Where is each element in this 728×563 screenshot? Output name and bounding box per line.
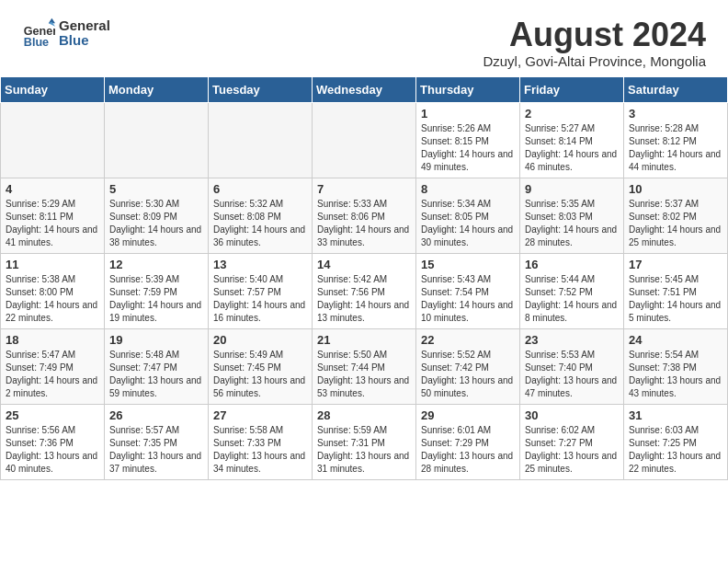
calendar-header-tuesday: Tuesday	[209, 76, 313, 102]
logo-blue: Blue	[59, 33, 110, 49]
day-info: Sunrise: 5:53 AMSunset: 7:40 PMDaylight:…	[525, 349, 619, 400]
calendar-cell: 12 Sunrise: 5:39 AMSunset: 7:59 PMDaylig…	[105, 253, 209, 328]
day-number: 29	[421, 408, 515, 422]
day-number: 15	[421, 258, 515, 271]
day-info: Sunrise: 6:03 AMSunset: 7:25 PMDaylight:…	[629, 424, 722, 476]
day-number: 3	[629, 107, 722, 121]
day-info: Sunrise: 5:40 AMSunset: 7:57 PMDaylight:…	[213, 273, 307, 325]
calendar-cell: 16 Sunrise: 5:44 AMSunset: 7:52 PMDaylig…	[520, 253, 624, 328]
day-info: Sunrise: 5:49 AMSunset: 7:45 PMDaylight:…	[213, 349, 307, 400]
day-number: 10	[629, 182, 722, 196]
calendar-cell: 21 Sunrise: 5:50 AMSunset: 7:44 PMDaylig…	[313, 328, 416, 404]
day-info: Sunrise: 5:52 AMSunset: 7:42 PMDaylight:…	[421, 349, 515, 400]
day-info: Sunrise: 5:37 AMSunset: 8:02 PMDaylight:…	[629, 198, 722, 249]
calendar-header-wednesday: Wednesday	[313, 76, 416, 102]
calendar-cell: 13 Sunrise: 5:40 AMSunset: 7:57 PMDaylig…	[209, 253, 313, 328]
day-info: Sunrise: 5:27 AMSunset: 8:14 PMDaylight:…	[525, 122, 619, 174]
day-info: Sunrise: 5:35 AMSunset: 8:03 PMDaylight:…	[525, 198, 619, 249]
day-info: Sunrise: 5:26 AMSunset: 8:15 PMDaylight:…	[421, 122, 515, 174]
day-info: Sunrise: 5:32 AMSunset: 8:08 PMDaylight:…	[213, 198, 307, 249]
day-info: Sunrise: 6:02 AMSunset: 7:27 PMDaylight:…	[525, 424, 619, 476]
day-info: Sunrise: 5:56 AMSunset: 7:36 PMDaylight:…	[6, 424, 99, 476]
calendar-cell: 18 Sunrise: 5:47 AMSunset: 7:49 PMDaylig…	[1, 328, 105, 404]
calendar-cell: 22 Sunrise: 5:52 AMSunset: 7:42 PMDaylig…	[416, 328, 520, 404]
calendar-table: SundayMondayTuesdayWednesdayThursdayFrid…	[0, 76, 728, 480]
calendar-cell: 14 Sunrise: 5:42 AMSunset: 7:56 PMDaylig…	[313, 253, 416, 328]
day-info: Sunrise: 5:59 AMSunset: 7:31 PMDaylight:…	[317, 424, 411, 476]
calendar-cell: 29 Sunrise: 6:01 AMSunset: 7:29 PMDaylig…	[416, 404, 520, 479]
calendar-cell: 5 Sunrise: 5:30 AMSunset: 8:09 PMDayligh…	[105, 178, 209, 253]
calendar-cell: 7 Sunrise: 5:33 AMSunset: 8:06 PMDayligh…	[313, 178, 416, 253]
calendar-cell: 15 Sunrise: 5:43 AMSunset: 7:54 PMDaylig…	[416, 253, 520, 328]
day-number: 31	[629, 408, 722, 422]
calendar-cell: 3 Sunrise: 5:28 AMSunset: 8:12 PMDayligh…	[624, 102, 728, 178]
logo-icon: General Blue	[22, 17, 55, 50]
day-info: Sunrise: 5:48 AMSunset: 7:47 PMDaylight:…	[109, 349, 203, 400]
day-info: Sunrise: 5:58 AMSunset: 7:33 PMDaylight:…	[213, 424, 307, 476]
day-number: 22	[421, 333, 515, 347]
calendar-cell: 27 Sunrise: 5:58 AMSunset: 7:33 PMDaylig…	[209, 404, 313, 479]
calendar-week-3: 11 Sunrise: 5:38 AMSunset: 8:00 PMDaylig…	[1, 253, 728, 328]
calendar-cell: 2 Sunrise: 5:27 AMSunset: 8:14 PMDayligh…	[520, 102, 624, 178]
day-number: 27	[213, 408, 307, 422]
calendar-header-sunday: Sunday	[1, 76, 105, 102]
day-number: 6	[213, 182, 307, 196]
day-number: 9	[525, 182, 619, 196]
day-info: Sunrise: 5:54 AMSunset: 7:38 PMDaylight:…	[629, 349, 722, 400]
calendar-cell: 19 Sunrise: 5:48 AMSunset: 7:47 PMDaylig…	[105, 328, 209, 404]
day-number: 7	[317, 182, 411, 196]
day-info: Sunrise: 5:57 AMSunset: 7:35 PMDaylight:…	[109, 424, 203, 476]
calendar-cell: 6 Sunrise: 5:32 AMSunset: 8:08 PMDayligh…	[209, 178, 313, 253]
day-info: Sunrise: 6:01 AMSunset: 7:29 PMDaylight:…	[421, 424, 515, 476]
calendar-cell: 25 Sunrise: 5:56 AMSunset: 7:36 PMDaylig…	[1, 404, 105, 479]
calendar-cell: 26 Sunrise: 5:57 AMSunset: 7:35 PMDaylig…	[105, 404, 209, 479]
day-number: 12	[109, 258, 203, 271]
calendar-cell: 8 Sunrise: 5:34 AMSunset: 8:05 PMDayligh…	[416, 178, 520, 253]
day-number: 5	[109, 182, 203, 196]
location-subtitle: Dzuyl, Govi-Altai Province, Mongolia	[483, 53, 706, 69]
day-number: 8	[421, 182, 515, 196]
day-number: 11	[6, 258, 99, 271]
day-info: Sunrise: 5:28 AMSunset: 8:12 PMDaylight:…	[629, 122, 722, 174]
day-number: 2	[525, 107, 619, 121]
calendar-header-thursday: Thursday	[416, 76, 520, 102]
calendar-cell: 28 Sunrise: 5:59 AMSunset: 7:31 PMDaylig…	[313, 404, 416, 479]
day-info: Sunrise: 5:29 AMSunset: 8:11 PMDaylight:…	[6, 198, 99, 249]
day-info: Sunrise: 5:30 AMSunset: 8:09 PMDaylight:…	[109, 198, 203, 249]
day-number: 25	[6, 408, 99, 422]
day-number: 24	[629, 333, 722, 347]
calendar-cell	[105, 102, 209, 178]
title-section: August 2024 Dzuyl, Govi-Altai Province, …	[483, 17, 706, 69]
day-number: 17	[629, 258, 722, 271]
day-number: 14	[317, 258, 411, 271]
calendar-header-friday: Friday	[520, 76, 624, 102]
calendar-header-row: SundayMondayTuesdayWednesdayThursdayFrid…	[1, 76, 728, 102]
day-info: Sunrise: 5:33 AMSunset: 8:06 PMDaylight:…	[317, 198, 411, 249]
day-info: Sunrise: 5:45 AMSunset: 7:51 PMDaylight:…	[629, 273, 722, 325]
day-number: 30	[525, 408, 619, 422]
calendar-cell: 17 Sunrise: 5:45 AMSunset: 7:51 PMDaylig…	[624, 253, 728, 328]
day-number: 21	[317, 333, 411, 347]
calendar-cell: 10 Sunrise: 5:37 AMSunset: 8:02 PMDaylig…	[624, 178, 728, 253]
day-number: 16	[525, 258, 619, 271]
calendar-week-2: 4 Sunrise: 5:29 AMSunset: 8:11 PMDayligh…	[1, 178, 728, 253]
calendar-cell: 24 Sunrise: 5:54 AMSunset: 7:38 PMDaylig…	[624, 328, 728, 404]
calendar-cell: 20 Sunrise: 5:49 AMSunset: 7:45 PMDaylig…	[209, 328, 313, 404]
calendar-week-4: 18 Sunrise: 5:47 AMSunset: 7:49 PMDaylig…	[1, 328, 728, 404]
logo-general: General	[59, 18, 110, 34]
day-number: 18	[6, 333, 99, 347]
calendar-cell: 30 Sunrise: 6:02 AMSunset: 7:27 PMDaylig…	[520, 404, 624, 479]
calendar-cell	[209, 102, 313, 178]
calendar-cell: 9 Sunrise: 5:35 AMSunset: 8:03 PMDayligh…	[520, 178, 624, 253]
day-number: 1	[421, 107, 515, 121]
page-header: General Blue General Blue August 2024 Dz…	[0, 0, 728, 76]
day-number: 23	[525, 333, 619, 347]
day-info: Sunrise: 5:38 AMSunset: 8:00 PMDaylight:…	[6, 273, 99, 325]
day-number: 28	[317, 408, 411, 422]
day-number: 19	[109, 333, 203, 347]
calendar-header-saturday: Saturday	[624, 76, 728, 102]
calendar-cell	[313, 102, 416, 178]
calendar-cell: 4 Sunrise: 5:29 AMSunset: 8:11 PMDayligh…	[1, 178, 105, 253]
day-number: 20	[213, 333, 307, 347]
day-number: 4	[6, 182, 99, 196]
